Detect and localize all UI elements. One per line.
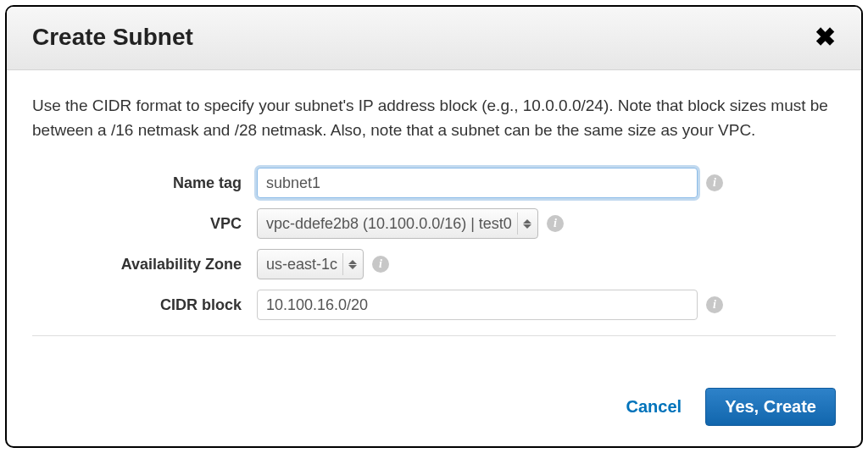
create-subnet-dialog: Create Subnet ✖ Use the CIDR format to s… — [5, 5, 863, 448]
cidr-block-input[interactable] — [257, 290, 698, 320]
close-icon[interactable]: ✖ — [815, 25, 836, 50]
divider — [32, 335, 836, 336]
row-name-tag: Name tag i — [32, 168, 836, 198]
vpc-select[interactable]: vpc-ddefe2b8 (10.100.0.0/16) | test0 — [257, 208, 538, 239]
label-name-tag: Name tag — [32, 174, 257, 192]
availability-zone-select[interactable]: us-east-1c — [257, 249, 364, 279]
info-icon[interactable]: i — [372, 256, 389, 273]
cancel-button[interactable]: Cancel — [626, 397, 682, 417]
dialog-description: Use the CIDR format to specify your subn… — [32, 94, 836, 142]
info-icon[interactable]: i — [547, 215, 564, 232]
select-arrows-icon — [342, 253, 357, 275]
select-arrows-icon — [517, 213, 531, 235]
row-vpc: VPC vpc-ddefe2b8 (10.100.0.0/16) | test0… — [32, 208, 836, 239]
dialog-title: Create Subnet — [32, 24, 193, 51]
label-availability-zone: Availability Zone — [32, 256, 257, 273]
row-availability-zone: Availability Zone us-east-1c i — [32, 249, 836, 279]
info-icon[interactable]: i — [706, 296, 723, 313]
name-tag-input[interactable] — [257, 168, 698, 198]
availability-zone-selected-value: us-east-1c — [266, 256, 337, 273]
yes-create-button[interactable]: Yes, Create — [705, 388, 836, 426]
vpc-selected-value: vpc-ddefe2b8 (10.100.0.0/16) | test0 — [266, 215, 512, 233]
dialog-header: Create Subnet ✖ — [7, 7, 861, 70]
dialog-body: Use the CIDR format to specify your subn… — [7, 70, 861, 371]
row-cidr-block: CIDR block i — [32, 290, 836, 320]
info-icon[interactable]: i — [706, 174, 723, 191]
label-cidr-block: CIDR block — [32, 296, 257, 314]
label-vpc: VPC — [32, 215, 257, 233]
dialog-footer: Cancel Yes, Create — [7, 371, 861, 446]
